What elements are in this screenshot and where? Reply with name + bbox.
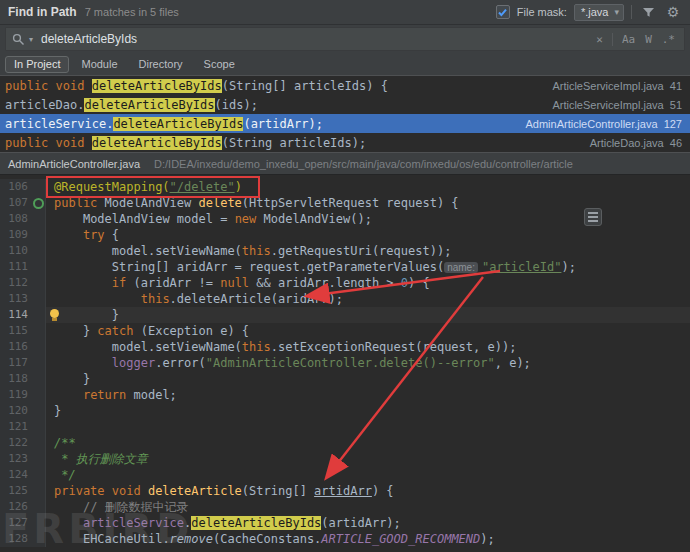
code-text[interactable]: model.setViewName(this.setExceptionReque… <box>46 339 690 355</box>
line-number: 114 <box>0 307 32 323</box>
gutter-marker-icon[interactable] <box>33 198 44 209</box>
scope-row: In ProjectModuleDirectoryScope <box>0 53 690 76</box>
search-input-wrapper[interactable]: ▾ ✕ Aa W .* <box>5 27 685 51</box>
gutter: 116 <box>0 339 46 355</box>
result-row[interactable]: articleService.deleteArticleByIds(artidA… <box>0 114 690 133</box>
line-number: 107 <box>0 195 32 211</box>
file-mask-combo[interactable]: *.java ▾ <box>574 4 624 21</box>
gutter: 124 <box>0 467 46 483</box>
line-number: 113 <box>0 291 32 307</box>
line-number: 115 <box>0 323 32 339</box>
result-file-ref: AdminArticleController.java 127 <box>515 118 682 130</box>
code-line[interactable]: 113 this.deleteArticle(aridArr); <box>0 291 690 307</box>
code-line[interactable]: 128 EHCacheUtil.remove(CacheConstans.ART… <box>0 531 690 547</box>
line-number: 117 <box>0 355 32 371</box>
match-case-icon[interactable]: Aa <box>619 33 638 46</box>
line-number: 106 <box>0 179 32 195</box>
code-text[interactable]: EHCacheUtil.remove(CacheConstans.ARTICLE… <box>46 531 690 547</box>
code-text[interactable]: return model; <box>46 387 690 403</box>
gutter: 109 <box>0 227 46 243</box>
line-number: 128 <box>0 531 32 547</box>
filter-icon[interactable] <box>639 3 657 21</box>
code-text[interactable]: } catch (Exception e) { <box>46 323 690 339</box>
code-line[interactable]: 120} <box>0 403 690 419</box>
code-text[interactable]: // 删除数据中记录 <box>46 499 690 515</box>
gear-icon[interactable]: ⚙ <box>664 3 682 21</box>
code-line[interactable]: 116 model.setViewName(this.setExceptionR… <box>0 339 690 355</box>
code-text[interactable]: } <box>46 403 690 419</box>
code-line[interactable]: 115 } catch (Exception e) { <box>0 323 690 339</box>
line-number: 125 <box>0 483 32 499</box>
intention-bulb-icon[interactable] <box>50 309 59 318</box>
result-row[interactable]: articleDao.deleteArticleByIds(ids);Artic… <box>0 95 690 114</box>
breadcrumb[interactable]: AdminArticleController.java D:/IDEA/inxe… <box>0 152 690 175</box>
code-text[interactable]: String[] aridArr = request.getParameterV… <box>46 259 690 275</box>
result-code: public void deleteArticleByIds(String[] … <box>5 79 388 93</box>
editor[interactable]: 106@RequestMapping("/delete")107public M… <box>0 175 690 552</box>
code-line[interactable]: 119 return model; <box>0 387 690 403</box>
code-text[interactable]: try { <box>46 227 690 243</box>
code-line[interactable]: 126 // 删除数据中记录 <box>0 499 690 515</box>
line-number: 122 <box>0 435 32 451</box>
gutter: 126 <box>0 499 46 515</box>
code-line[interactable]: 114 } <box>0 307 690 323</box>
result-file-ref: ArticleServiceImpl.java 51 <box>542 99 682 111</box>
code-line[interactable]: 109 try { <box>0 227 690 243</box>
line-number: 109 <box>0 227 32 243</box>
scope-directory[interactable]: Directory <box>130 56 192 73</box>
file-mask-checkbox[interactable] <box>496 5 510 19</box>
gutter: 106 <box>0 179 46 195</box>
code-text[interactable]: logger.error("AdminArticleController.del… <box>46 355 690 371</box>
code-line[interactable]: 124 */ <box>0 467 690 483</box>
result-row[interactable]: public void deleteArticleByIds(String[] … <box>0 76 690 95</box>
field-divider <box>612 33 613 46</box>
code-text[interactable]: } <box>46 307 690 323</box>
clear-icon[interactable]: ✕ <box>593 33 606 46</box>
line-number: 112 <box>0 275 32 291</box>
regex-icon[interactable]: .* <box>659 33 678 46</box>
code-line[interactable]: 106@RequestMapping("/delete") <box>0 179 690 195</box>
line-number: 108 <box>0 211 32 227</box>
search-icon <box>12 33 25 46</box>
code-text[interactable]: this.deleteArticle(aridArr); <box>46 291 690 307</box>
editor-lines: 106@RequestMapping("/delete")107public M… <box>0 179 690 547</box>
whole-words-icon[interactable]: W <box>642 33 655 46</box>
code-line[interactable]: 122/** <box>0 435 690 451</box>
scope-scope[interactable]: Scope <box>195 56 244 73</box>
code-text[interactable]: private void deleteArticle(String[] arti… <box>46 483 690 499</box>
code-text[interactable]: */ <box>46 467 690 483</box>
line-number: 119 <box>0 387 32 403</box>
code-text[interactable]: } <box>46 371 690 387</box>
result-row[interactable]: public void deleteArticleByIds(String ar… <box>0 133 690 152</box>
code-text[interactable]: /** <box>46 435 690 451</box>
code-text[interactable]: @RequestMapping("/delete") <box>46 179 690 195</box>
code-line[interactable]: 127 articleService.deleteArticleByIds(ar… <box>0 515 690 531</box>
code-line[interactable]: 125private void deleteArticle(String[] a… <box>0 483 690 499</box>
gutter: 123 <box>0 451 46 467</box>
result-file-ref: ArticleDao.java 46 <box>580 137 682 149</box>
code-line[interactable]: 118 } <box>0 371 690 387</box>
breadcrumb-file[interactable]: AdminArticleController.java <box>8 158 140 170</box>
search-history-chevron-icon[interactable]: ▾ <box>29 35 33 44</box>
code-line[interactable]: 117 logger.error("AdminArticleController… <box>0 355 690 371</box>
code-text[interactable]: model.setViewName(this.getRequestUri(req… <box>46 243 690 259</box>
gutter: 127 <box>0 515 46 531</box>
code-line[interactable]: 110 model.setViewName(this.getRequestUri… <box>0 243 690 259</box>
code-line[interactable]: 112 if (aridArr != null && aridArr.lengt… <box>0 275 690 291</box>
scope-in-project[interactable]: In Project <box>5 56 69 73</box>
search-input[interactable] <box>39 31 589 47</box>
code-text[interactable]: articleService.deleteArticleByIds(artidA… <box>46 515 690 531</box>
code-line[interactable]: 121 <box>0 419 690 435</box>
code-line[interactable]: 123 * 执行删除文章 <box>0 451 690 467</box>
code-text[interactable]: if (aridArr != null && aridArr.length > … <box>46 275 690 291</box>
file-mask-value: *.java <box>581 6 609 18</box>
code-text[interactable]: * 执行删除文章 <box>46 451 690 467</box>
scope-module[interactable]: Module <box>72 56 126 73</box>
match-count: 7 matches in 5 files <box>85 6 179 18</box>
code-line[interactable]: 111 String[] aridArr = request.getParame… <box>0 259 690 275</box>
code-text[interactable] <box>46 419 690 435</box>
result-code: public void deleteArticleByIds(String ar… <box>5 136 366 150</box>
search-bar: ▾ ✕ Aa W .* <box>0 25 690 53</box>
line-number: 123 <box>0 451 32 467</box>
editor-menu-icon[interactable] <box>584 208 602 226</box>
